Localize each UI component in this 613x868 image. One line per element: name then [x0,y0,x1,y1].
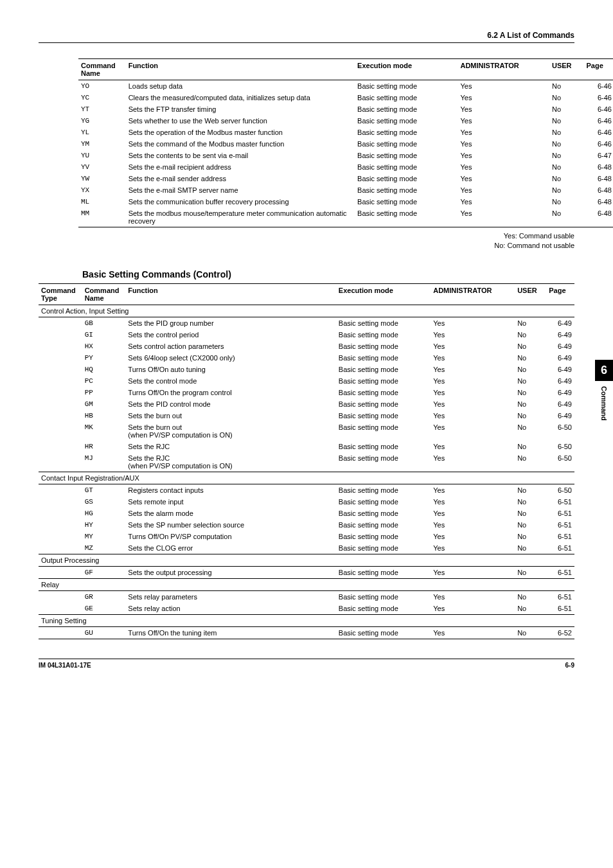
cell-admin: Yes [431,398,515,410]
th-function2: Function [125,283,335,305]
th-command2-line2: Name [85,294,104,302]
cell-user: No [515,375,546,387]
cell-mode: Basic setting mode [336,508,431,519]
cell-type [39,421,82,441]
group-header-row: Control Action, Input Setting [39,305,574,317]
th-type-line2: Type [41,294,57,302]
cell-cmd: GI [82,329,126,341]
cell-page: 6-51 [546,590,574,603]
cell-cmd: GT [82,484,126,496]
th-user: USER [549,59,583,80]
cell-mode: Basic setting mode [336,352,431,364]
table-row: YVSets the e-mail recipient addressBasic… [78,161,613,173]
table-row: MZSets the CLOG errorBasic setting modeY… [39,542,574,554]
cell-admin: Yes [458,173,549,184]
table-row: YUSets the contents to be sent via e-mai… [78,150,613,161]
cell-cmd: YO [78,80,126,93]
table-row: YMSets the command of the Modbus master … [78,138,613,150]
cell-mode: Basic setting mode [336,519,431,531]
cell-page: 6-52 [546,626,574,639]
cell-func: Sets the output processing [125,566,335,578]
cell-cmd: MZ [82,542,126,554]
cell-user: No [515,329,546,341]
th-admin2: ADMINISTRATOR [431,283,515,305]
cell-cmd: GU [82,626,126,639]
table-row: MLSets the communication buffer recovery… [78,196,613,208]
cell-page: 6-49 [546,341,574,352]
cell-type [39,441,82,452]
cell-func: Sets the command of the Modbus master fu… [126,138,355,150]
cell-mode: Basic setting mode [336,566,431,578]
cell-mode: Basic setting mode [336,410,431,421]
th-command: Command Name [78,59,126,80]
cell-user: No [515,508,546,519]
cell-page: 6-50 [546,452,574,472]
cell-user: No [515,387,546,398]
cell-mode: Basic setting mode [355,196,458,208]
cell-mode: Basic setting mode [336,484,431,496]
table-row: MMSets the modbus mouse/temperature mete… [78,208,613,227]
table-row: GBSets the PID group numberBasic setting… [39,317,574,329]
cell-page: 6-51 [546,531,574,542]
cell-user: No [515,531,546,542]
cell-mode: Basic setting mode [355,208,458,227]
table-row: GFSets the output processingBasic settin… [39,566,574,578]
cell-func: Sets the control period [125,329,335,341]
cell-page: 6-46 [583,115,613,127]
cell-user: No [515,519,546,531]
cell-cmd: YL [78,127,126,138]
table-row: YXSets the e-mail SMTP server nameBasic … [78,184,613,196]
cell-cmd: MK [82,421,126,441]
cell-admin: Yes [431,531,515,542]
cell-type [39,375,82,387]
cell-admin: Yes [431,484,515,496]
th-command2: Command Name [82,283,126,305]
cell-func: Sets relay parameters [125,590,335,603]
cell-func: Sets the burn out [125,410,335,421]
table-row: MJSets the RJC(when PV/SP computation is… [39,452,574,472]
cell-user: No [515,317,546,329]
cell-mode: Basic setting mode [336,329,431,341]
cell-page: 6-49 [546,398,574,410]
cell-cmd: MJ [82,452,126,472]
group-title: Tuning Setting [39,614,574,626]
cell-type [39,508,82,519]
cell-mode: Basic setting mode [336,364,431,375]
cell-user: No [549,80,583,93]
cell-user: No [515,566,546,578]
cell-type [39,341,82,352]
cell-mode: Basic setting mode [355,92,458,103]
cell-type [39,519,82,531]
cell-type [39,590,82,603]
footer-page-number: 6-9 [565,662,574,669]
cell-user: No [549,161,583,173]
cell-func: Sets the e-mail sender address [126,173,355,184]
table-row: GTRegisters contact inputsBasic setting … [39,484,574,496]
table-row: GISets the control periodBasic setting m… [39,329,574,341]
cell-user: No [549,173,583,184]
cell-user: No [515,542,546,554]
cell-mode: Basic setting mode [336,496,431,508]
cell-mode: Basic setting mode [336,603,431,615]
cell-admin: Yes [431,317,515,329]
cell-type [39,484,82,496]
group-title: Contact Input Registration/AUX [39,472,574,484]
cell-func: Loads setup data [126,80,355,93]
cell-cmd: YX [78,184,126,196]
cell-page: 6-49 [546,352,574,364]
table-row: MKSets the burn out(when PV/SP computati… [39,421,574,441]
cell-func: Sets the communication buffer recovery p… [126,196,355,208]
cell-admin: Yes [431,329,515,341]
section-header: 6.2 A List of Commands [39,31,574,43]
cell-page: 6-46 [583,103,613,115]
cell-type [39,329,82,341]
cell-admin: Yes [431,352,515,364]
cell-page: 6-46 [583,127,613,138]
cell-cmd: HX [82,341,126,352]
cell-func: Sets the PID group number [125,317,335,329]
cell-mode: Basic setting mode [336,375,431,387]
cell-cmd: GB [82,317,126,329]
chapter-side-tab: 6 Command [595,360,613,422]
cell-page: 6-46 [583,92,613,103]
command-usable-notes: Yes: Command usable No: Command not usab… [39,231,574,251]
